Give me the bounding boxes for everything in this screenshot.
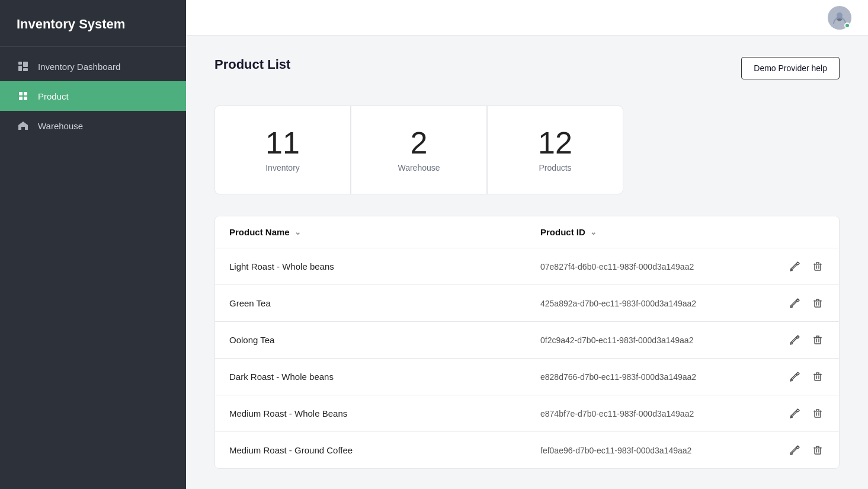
page-header-row: Product List Demo Provider help xyxy=(214,57,840,89)
product-name-cell: Oolong Tea xyxy=(229,335,540,345)
product-name-cell: Medium Roast - Ground Coffee xyxy=(229,445,540,455)
app-title: Inventory System xyxy=(0,0,186,47)
product-name-cell: Dark Roast - Whole beans xyxy=(229,372,540,382)
sidebar-item-inventory-dashboard[interactable]: Inventory Dashboard xyxy=(0,52,186,81)
demo-provider-button[interactable]: Demo Provider help xyxy=(741,57,840,79)
svg-rect-1 xyxy=(18,66,22,71)
table-row: Dark Roast - Whole beans e828d766-d7b0-e… xyxy=(215,359,839,395)
product-name-cell: Light Roast - Whole beans xyxy=(229,261,540,271)
sort-icon-id: ⌄ xyxy=(590,228,597,236)
dashboard-icon xyxy=(17,60,30,73)
edit-button[interactable] xyxy=(787,443,802,458)
stat-number-inventory: 11 xyxy=(265,127,300,158)
page-title: Product List xyxy=(214,57,290,72)
table-row: Green Tea 425a892a-d7b0-ec11-983f-000d3a… xyxy=(215,285,839,322)
product-id-cell: 07e827f4-d6b0-ec11-983f-000d3a149aa2 xyxy=(540,262,777,271)
table-row: Medium Roast - Ground Coffee fef0ae96-d7… xyxy=(215,432,839,468)
edit-button[interactable] xyxy=(787,369,802,384)
table-body: Light Roast - Whole beans 07e827f4-d6b0-… xyxy=(215,248,839,468)
product-id-cell: e874bf7e-d7b0-ec11-983f-000d3a149aa2 xyxy=(540,409,777,418)
column-header-name[interactable]: Product Name ⌄ xyxy=(229,227,540,237)
sidebar-item-label-product: Product xyxy=(38,91,69,101)
sidebar-item-product[interactable]: Product xyxy=(0,81,186,111)
table-row: Oolong Tea 0f2c9a42-d7b0-ec11-983f-000d3… xyxy=(215,322,839,359)
svg-rect-7 xyxy=(24,97,27,100)
edit-button[interactable] xyxy=(787,259,802,274)
product-actions-cell xyxy=(777,259,825,274)
product-name-cell: Green Tea xyxy=(229,298,540,308)
svg-rect-0 xyxy=(18,62,22,65)
stat-number-products: 12 xyxy=(538,127,572,158)
warehouse-icon xyxy=(17,119,30,132)
table-row: Medium Roast - Whole Beans e874bf7e-d7b0… xyxy=(215,395,839,432)
table-row: Light Roast - Whole beans 07e827f4-d6b0-… xyxy=(215,248,839,285)
product-icon xyxy=(17,90,30,103)
svg-rect-2 xyxy=(23,62,28,67)
stat-card-inventory: 11 Inventory xyxy=(214,106,351,194)
stats-row: 11 Inventory 2 Warehouse 12 Products xyxy=(214,106,840,194)
delete-button[interactable] xyxy=(811,443,825,458)
top-bar: ● xyxy=(186,0,868,36)
svg-rect-6 xyxy=(19,97,23,100)
column-header-id[interactable]: Product ID ⌄ xyxy=(540,227,777,237)
product-id-cell: fef0ae96-d7b0-ec11-983f-000d3a149aa2 xyxy=(540,446,777,455)
stat-card-products: 12 Products xyxy=(487,106,623,194)
product-actions-cell xyxy=(777,296,825,311)
product-id-cell: 425a892a-d7b0-ec11-983f-000d3a149aa2 xyxy=(540,299,777,308)
svg-rect-4 xyxy=(19,92,23,95)
edit-button[interactable] xyxy=(787,296,802,311)
avatar[interactable]: ● xyxy=(828,6,851,30)
delete-button[interactable] xyxy=(811,369,825,384)
delete-button[interactable] xyxy=(811,296,825,311)
sidebar-item-label-warehouse: Warehouse xyxy=(38,121,83,131)
sidebar: Inventory System Inventory Dashboard xyxy=(0,0,186,489)
stat-card-warehouse: 2 Warehouse xyxy=(351,106,487,194)
main-content: ● Product List Demo Provider help 11 Inv… xyxy=(186,0,868,489)
stat-label-warehouse: Warehouse xyxy=(398,163,440,172)
sidebar-item-warehouse[interactable]: Warehouse xyxy=(0,111,186,140)
delete-button[interactable] xyxy=(811,333,825,347)
svg-rect-5 xyxy=(24,92,27,95)
stat-label-products: Products xyxy=(539,163,571,172)
product-id-cell: 0f2c9a42-d7b0-ec11-983f-000d3a149aa2 xyxy=(540,335,777,345)
product-name-cell: Medium Roast - Whole Beans xyxy=(229,408,540,418)
table-header: Product Name ⌄ Product ID ⌄ xyxy=(215,216,839,248)
stat-number-warehouse: 2 xyxy=(411,127,428,158)
edit-button[interactable] xyxy=(787,333,802,347)
product-actions-cell xyxy=(777,406,825,421)
sidebar-item-label-dashboard: Inventory Dashboard xyxy=(38,62,120,72)
svg-rect-3 xyxy=(23,68,28,71)
product-id-cell: e828d766-d7b0-ec11-983f-000d3a149aa2 xyxy=(540,372,777,382)
sidebar-nav: Inventory Dashboard Product Warehouse xyxy=(0,47,186,140)
page-content: Product List Demo Provider help 11 Inven… xyxy=(186,36,868,489)
stat-label-inventory: Inventory xyxy=(265,163,300,172)
product-actions-cell xyxy=(777,369,825,384)
edit-button[interactable] xyxy=(787,406,802,421)
product-actions-cell xyxy=(777,333,825,347)
avatar-online-dot xyxy=(844,23,850,28)
product-actions-cell xyxy=(777,443,825,458)
sort-icon-name: ⌄ xyxy=(294,228,301,236)
delete-button[interactable] xyxy=(811,259,825,274)
product-table: Product Name ⌄ Product ID ⌄ Light Roast … xyxy=(214,216,840,469)
delete-button[interactable] xyxy=(811,406,825,421)
